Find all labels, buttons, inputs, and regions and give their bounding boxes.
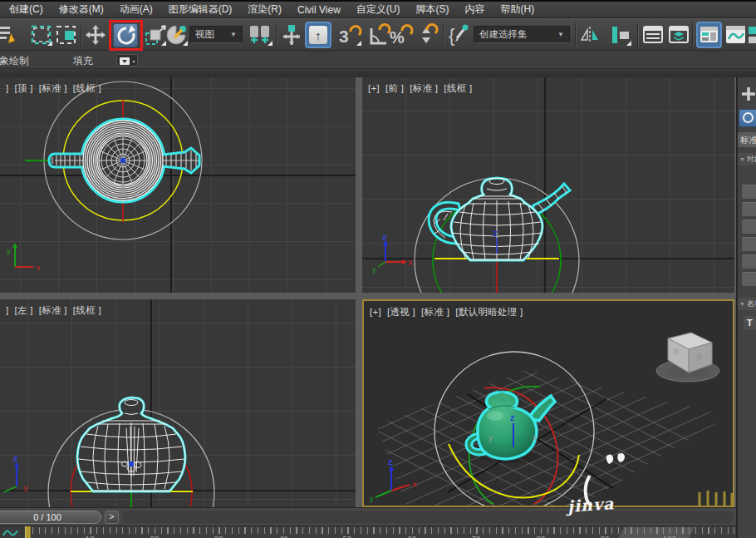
svg-text:左: 左 [673,348,680,355]
viewport-left-label[interactable]: ] [左 ] [标准 ] [线框 ] [6,304,101,317]
teapot-perspective[interactable]: Z y x [466,392,555,463]
menu-animation[interactable]: 动画(A) [120,2,153,17]
viewport-perspective-canvas: Z y x 左 前 [364,301,733,506]
svg-text:Z: Z [382,234,387,242]
named-selection-sets-icon[interactable]: { [448,23,471,47]
teapot-front-view[interactable]: Z [429,178,570,260]
mirror-icon[interactable] [579,23,602,47]
viewport-perspective-label[interactable]: [+] [透视 ] [标准 ] [默认明暗处理 ] [370,306,523,318]
align-icon[interactable] [609,23,632,47]
object-type-button[interactable] [742,272,756,286]
viewport-perspective[interactable]: Z y x 左 前 [362,299,734,507]
layer-manager-icon[interactable] [641,23,665,47]
viewport-top[interactable]: y x ] [顶 ] [标准 ] [线框 ] [0,77,356,293]
time-slider-track[interactable] [122,511,733,523]
mini-curve-editor-button[interactable] [0,526,23,538]
svg-text:y: y [488,433,493,442]
object-type-button[interactable] [742,185,756,199]
object-type-button[interactable] [742,202,756,216]
select-and-scale-icon[interactable] [144,23,167,47]
viewport-front-canvas: Z Z X y [362,77,734,293]
menu-civil-view[interactable]: Civil View [297,4,341,16]
toolbar-separator [81,22,82,47]
use-pivot-point-center-icon[interactable] [247,23,273,47]
view-cube[interactable]: 左 前 [656,333,719,382]
viewport-left[interactable]: Z X ] [左 ] [标准 ] [线框 ] [0,299,356,507]
axis-tripod-left: Z X [3,455,28,493]
reference-coordinate-system-dropdown[interactable]: 视图▼ [189,26,243,43]
viewport-top-label[interactable]: ] [顶 ] [标准 ] [线框 ] [6,82,101,95]
object-type-rollout[interactable]: ▼ 对象类型 [738,153,756,165]
svg-text:X: X [408,259,413,267]
menu-rendering[interactable]: 渲染(R) [248,2,282,17]
object-type-button[interactable] [742,220,756,234]
layer-explorer-icon[interactable] [667,23,690,47]
percent-snap-toggle-icon[interactable]: % [389,23,412,47]
viewport-front[interactable]: Z Z X y [+] [前 ] [标准 ] [线框 ] [362,77,734,293]
menu-help[interactable]: 帮助(H) [500,2,534,17]
viewport-front-label[interactable]: [+] [前 ] [标准 ] [线框 ] [368,82,472,95]
axis-tripod-front: Z X y [372,234,413,274]
select-by-name-icon[interactable] [0,23,18,47]
svg-text:x: x [533,433,537,442]
time-slider[interactable]: 0 / 100 [0,511,101,524]
secondary-toolbar: 对象绘制 填充 [0,52,756,69]
menu-scripting[interactable]: 脚本(S) [415,2,449,17]
named-selection-set-dropdown[interactable]: 创建选择集▼ [474,26,570,43]
watermark-wedge [618,527,695,538]
svg-text:y: y [370,495,374,503]
viewport-left-canvas: Z X [0,299,356,507]
geometry-category-button[interactable] [739,109,756,127]
select-and-move-icon[interactable] [84,23,107,47]
populate-dropdown-button[interactable] [116,54,138,67]
menu-graph-editors[interactable]: 图形编辑器(D) [169,2,233,17]
object-name-field[interactable]: T [744,316,756,330]
select-and-place-icon[interactable] [280,23,303,47]
snaps-toggle-3d-icon[interactable]: 3 [337,23,361,47]
angle-snap-toggle-icon[interactable] [366,23,390,47]
next-frame-button[interactable]: > [105,511,119,524]
toolbar-separator [276,22,277,47]
chevron-down-icon: ▼ [557,31,564,38]
create-tab-icon[interactable] [741,86,756,101]
object-paint-label[interactable]: 对象绘制 [0,54,29,68]
scene-explorer-toggle-button[interactable] [696,22,722,48]
menu-create[interactable]: 创建(C) [9,2,43,17]
spinner-snap-toggle-icon[interactable] [415,23,439,47]
toolbar-separator [443,22,444,47]
toolbar-separator [692,22,694,47]
svg-text:Z: Z [493,230,498,238]
object-type-button[interactable] [742,237,756,251]
curve-editor-icon[interactable] [724,23,748,47]
name-color-rollout[interactable]: ▼ 名称和颜色 [738,298,756,310]
command-panel: 标准 ▼ 对象类型 ▼ 名称和颜色 T [736,77,756,538]
axis-tripod-top: y x [7,243,41,272]
object-type-button[interactable] [742,254,756,269]
schematic-view-icon[interactable] [747,23,756,47]
menu-bar: 创建(C) 修改器(M) 动画(A) 图形编辑器(D) 渲染(R) Civil … [0,0,756,18]
select-and-manipulate-icon[interactable] [165,23,189,47]
menu-modifiers[interactable]: 修改器(M) [59,2,104,17]
menu-customize[interactable]: 自定义(U) [356,2,400,17]
3dsmax-window: 创建(C) 修改器(M) 动画(A) 图形编辑器(D) 渲染(R) Civil … [0,0,756,538]
teapot-left-view[interactable] [77,397,185,491]
menu-content[interactable]: 内容 [464,2,484,17]
time-slider-row: 0 / 100 > [0,507,736,526]
svg-text:x: x [37,264,41,272]
svg-text:前: 前 [696,353,703,361]
toolbar-separator [575,22,577,47]
main-toolbar: 视图▼ ↑ 3 % { 创建选择集▼ [0,18,756,51]
geometry-icon [743,112,754,123]
up-arrow-icon: ↑ [309,26,327,44]
populate-label[interactable]: 填充 [73,54,93,68]
teapot-top-view[interactable] [49,119,199,202]
keyboard-shortcut-override-toggle[interactable]: ↑ [305,22,331,48]
standard-primitives-dropdown[interactable]: 标准 [738,132,756,147]
rectangular-selection-region-icon[interactable] [30,23,53,47]
svg-text:{: { [449,25,454,46]
gold-ticks [700,491,732,506]
svg-text:y: y [7,247,11,255]
current-frame-marker[interactable] [25,526,31,538]
window-crossing-icon[interactable] [55,23,78,47]
svg-text:y: y [372,265,376,274]
